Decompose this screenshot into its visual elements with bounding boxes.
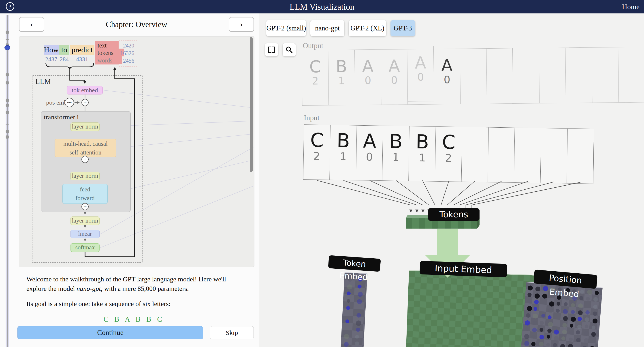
continue-button[interactable]: Continue <box>18 326 203 339</box>
timeline-tick <box>6 344 9 344</box>
word-chip: predict <box>70 45 94 55</box>
tab-nano-gpt[interactable]: nano-gpt <box>310 20 344 36</box>
attention-line2: self-attention <box>55 149 116 156</box>
fullscreen-button[interactable] <box>265 43 278 56</box>
output-row: C2 B1 A0 A0 A0 A0 <box>302 47 644 106</box>
output-cell-empty <box>566 48 592 103</box>
plus-icon: + <box>82 99 88 106</box>
vocab-row-id: 2420 <box>98 43 134 49</box>
tab-gpt3[interactable]: GPT-3 <box>390 20 415 36</box>
input-cell-empty <box>514 128 541 183</box>
timeline-dot <box>6 111 9 114</box>
word-chip: to <box>59 45 69 55</box>
letter-sequence: C B A B B C <box>26 315 241 323</box>
timeline-tick <box>6 125 9 125</box>
input-cell: B1 <box>382 126 410 181</box>
output-cell-empty <box>460 49 487 104</box>
timeline-current-dot[interactable] <box>4 45 10 50</box>
output-cell-empty <box>486 48 513 104</box>
input-cell-empty <box>462 127 488 182</box>
ff-line1: feed <box>63 186 108 193</box>
node-tok-embed: tok embed <box>67 86 103 95</box>
attention-line1: multi-head, causal <box>55 140 116 147</box>
vocab-row-id: 16326 <box>98 50 134 56</box>
chapter-timeline[interactable] <box>6 15 9 347</box>
input-row: C2 B1 A0 B1 B1 C2 <box>303 125 594 184</box>
search-icon <box>282 43 296 56</box>
node-self-attention: multi-head, causal self-attention <box>54 139 116 157</box>
input-cell-empty <box>567 129 594 184</box>
llm-label: LLM <box>35 78 51 86</box>
output-row-label: Output <box>303 42 323 50</box>
plus-icon: + <box>82 203 88 210</box>
timeline-dot <box>6 135 9 139</box>
output-cell: C2 <box>302 50 329 105</box>
word-chip: How <box>44 45 59 55</box>
timeline-dot <box>6 99 9 102</box>
ff-line2: forward <box>63 195 108 202</box>
timeline-tick <box>6 67 9 67</box>
plus-icon: + <box>82 156 88 163</box>
model-tabs: GPT-2 (small) nano-gpt GPT-2 (XL) GPT-3 <box>266 20 415 36</box>
input-cell: C2 <box>435 127 462 182</box>
tab-gpt2-xl[interactable]: GPT-2 (XL) <box>349 20 386 36</box>
node-linear: linear <box>70 230 100 238</box>
timeline-dot <box>6 103 9 107</box>
app: ? LLM Visualization Home ‹ Chapter: Over… <box>0 0 644 347</box>
node-layer-norm-3: layer norm <box>70 216 100 225</box>
timeline-line <box>7 15 8 347</box>
intro-paragraph-1: Welcome to the walkthrough of the GPT la… <box>26 274 241 293</box>
card-scrollbar[interactable] <box>250 37 253 172</box>
node-softmax: softmax <box>70 243 100 252</box>
output-cell-empty <box>513 48 540 103</box>
timeline-dot <box>6 31 9 34</box>
chapter-forward-button[interactable]: › <box>229 17 254 32</box>
tokens-label: Tokens <box>428 208 480 221</box>
search-button[interactable] <box>282 43 296 56</box>
token-id: 4331 <box>73 56 91 63</box>
transformer-label: transformer i <box>44 113 79 121</box>
timeline-dot <box>6 130 9 133</box>
output-cell: B1 <box>328 50 355 105</box>
input-cell: B1 <box>330 125 357 180</box>
input-cell: B1 <box>409 126 436 181</box>
home-link[interactable]: Home <box>622 3 640 11</box>
skip-button[interactable]: Skip <box>210 326 254 339</box>
timeline-dot <box>6 81 9 85</box>
node-layer-norm-2: layer norm <box>70 172 100 180</box>
intro-p1-after: , with a mere 85,000 parameters. <box>101 285 189 292</box>
chapter-title: Chapter: Overview <box>19 17 254 32</box>
output-cell-empty <box>592 47 619 103</box>
output-cell: A0 <box>434 49 460 104</box>
sine-icon: ∼ <box>65 98 74 107</box>
input-row-label: Input <box>304 114 320 122</box>
timeline-dot <box>6 73 9 77</box>
tab-gpt2-small[interactable]: GPT-2 (small) <box>266 20 306 36</box>
output-cell: A0 <box>355 50 382 105</box>
app-title: LLM Visualization <box>0 0 644 14</box>
node-feed-forward: feed forward <box>62 184 108 204</box>
timeline-tick <box>6 93 9 93</box>
chevron-right-icon: › <box>240 20 242 28</box>
header-bar: ? LLM Visualization Home <box>0 0 644 14</box>
token-id: 284 <box>55 56 73 63</box>
input-cell-empty <box>540 128 568 183</box>
vocab-row-id: 2456 <box>98 58 134 64</box>
output-cell: A0 <box>381 49 408 105</box>
output-cell-empty <box>618 47 644 102</box>
intro-paragraph-2: Its goal is a simple one: take a sequenc… <box>26 299 241 308</box>
output-cell-empty <box>539 48 566 103</box>
input-cell: C2 <box>303 125 330 180</box>
intro-p1-model-name: nano-gpt <box>76 285 101 292</box>
input-embed-matrix <box>406 270 541 347</box>
input-cell-empty <box>488 127 515 182</box>
output-cell: A0 <box>407 46 434 101</box>
timeline-tick <box>6 39 9 40</box>
node-layer-norm-1: layer norm <box>70 122 100 131</box>
input-cell: A0 <box>356 126 383 181</box>
